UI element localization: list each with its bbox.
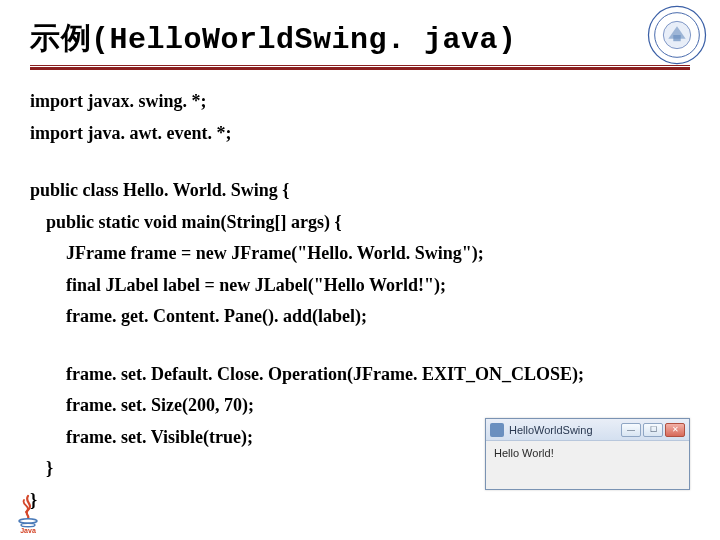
java-logo-icon: Java: [10, 492, 46, 534]
mini-window-body: Hello World!: [486, 441, 689, 489]
code-line: JFrame frame = new JFrame("Hello. World.…: [30, 238, 690, 270]
svg-rect-3: [673, 35, 680, 41]
code-line: public class Hello. World. Swing {: [30, 175, 690, 207]
code-line: frame. set. Size(200, 70);: [30, 390, 690, 422]
code-line: frame. get. Content. Pane(). add(label);: [30, 301, 690, 333]
slide-title: 示例(HelloWorldSwing. java): [30, 18, 720, 59]
university-seal-logo: [646, 4, 708, 66]
swing-output-window: HelloWorldSwing — ☐ ✕ Hello World!: [485, 418, 690, 490]
maximize-button[interactable]: ☐: [643, 423, 663, 437]
code-line: public static void main(String[] args) {: [30, 207, 690, 239]
slide-header: 示例(HelloWorldSwing. java): [0, 0, 720, 59]
java-app-icon: [490, 423, 504, 437]
code-line: import javax. swing. *;: [30, 86, 690, 118]
code-line: import java. awt. event. *;: [30, 118, 690, 150]
window-control-buttons: — ☐ ✕: [621, 423, 685, 437]
close-button[interactable]: ✕: [665, 423, 685, 437]
mini-window-title: HelloWorldSwing: [509, 424, 621, 436]
title-cjk-part: 示例: [30, 21, 91, 54]
mini-window-titlebar: HelloWorldSwing — ☐ ✕: [486, 419, 689, 441]
code-line: frame. set. Default. Close. Operation(JF…: [30, 359, 690, 391]
minimize-button[interactable]: —: [621, 423, 641, 437]
svg-text:Java: Java: [20, 527, 36, 534]
title-filename-part: (HelloWorldSwing. java): [91, 23, 517, 57]
code-line: final JLabel label = new JLabel("Hello W…: [30, 270, 690, 302]
